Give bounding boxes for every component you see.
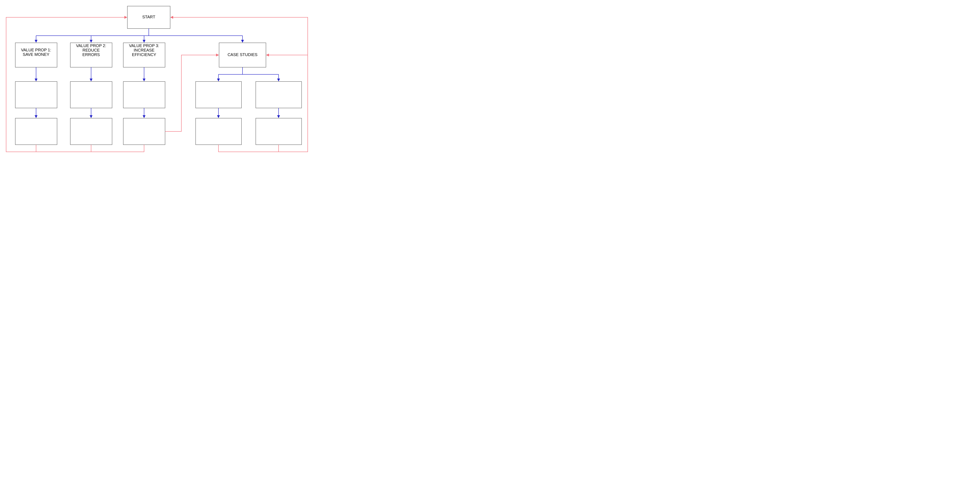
node-cs-a2 [196, 118, 242, 145]
node-cs-b2 [256, 118, 302, 145]
node-vp3-step3 [123, 118, 165, 145]
edge-return-vp3 [36, 145, 144, 152]
node-vp2-step2 [70, 81, 112, 108]
node-cs-b1 [256, 81, 302, 108]
node-vp1-step2 [15, 81, 57, 108]
node-vp1: VALUE PROP 1:SAVE MONEY [15, 43, 57, 67]
vp1-label: VALUE PROP 1:SAVE MONEY [21, 48, 51, 57]
node-case-studies: CASE STUDIES [219, 43, 266, 67]
node-vp3: VALUE PROP 3:INCREASEEFFICIENCY [123, 43, 165, 67]
node-vp1-step3 [15, 118, 57, 145]
node-vp2-step3 [70, 118, 112, 145]
node-vp3-step2 [123, 81, 165, 108]
cs-label: CASE STUDIES [228, 53, 258, 57]
flowchart: START VALUE PROP 1:SAVE MONEY VALUE PROP… [0, 0, 314, 159]
node-start: START [127, 6, 170, 29]
node-vp2: VALUE PROP 2:REDUCEERRORS [70, 43, 112, 67]
start-label: START [142, 15, 155, 19]
node-cs-a1 [196, 81, 242, 108]
